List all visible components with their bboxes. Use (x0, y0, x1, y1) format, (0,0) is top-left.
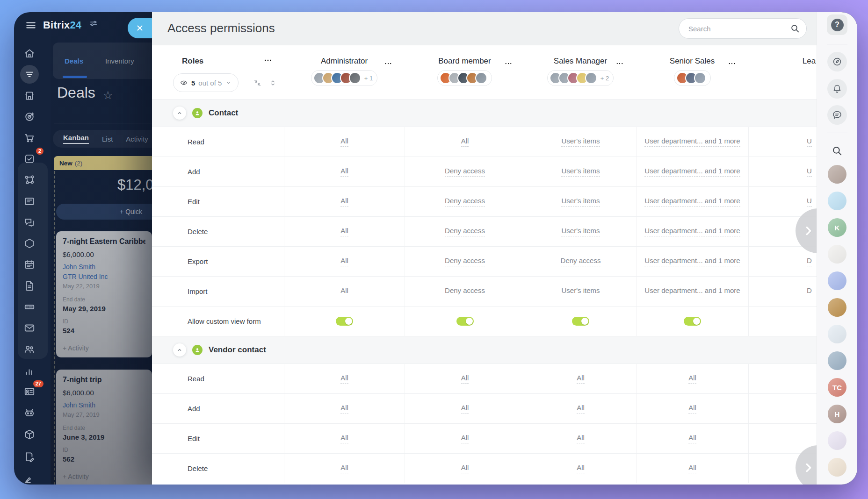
menu-icon[interactable] (22, 16, 40, 35)
permission-value-dropdown[interactable]: All (461, 404, 469, 413)
roles-menu-icon[interactable] (263, 56, 273, 67)
collapse-section-button[interactable] (173, 343, 186, 356)
permission-value-dropdown[interactable]: All (577, 434, 585, 443)
permission-value-dropdown[interactable]: All (340, 257, 348, 266)
role-menu-icon[interactable] (504, 59, 513, 70)
role-menu-icon[interactable] (384, 59, 392, 70)
sidebar-item-network[interactable] (20, 171, 39, 189)
collapse-section-button[interactable] (173, 107, 186, 120)
sidebar-item-feed[interactable] (20, 192, 39, 211)
rail-avatar[interactable]: H (828, 405, 846, 423)
permission-value-dropdown[interactable]: All (340, 463, 348, 473)
collapse-all-icon[interactable] (253, 78, 262, 87)
permission-value-dropdown[interactable]: User department... and 1 more (644, 227, 740, 236)
close-slider-button[interactable] (128, 18, 152, 38)
permission-value-dropdown[interactable]: All (688, 434, 696, 443)
deal-card[interactable]: 7-night trip$6,000.00John SmithMay 27, 2… (56, 370, 152, 485)
favorite-star-icon[interactable]: ☆ (103, 89, 113, 102)
search-input[interactable] (679, 18, 807, 39)
sort-icon[interactable] (268, 78, 277, 87)
sidebar-item-users[interactable] (20, 340, 39, 358)
sidebar-item-drive[interactable] (20, 298, 39, 316)
permission-value-dropdown[interactable]: User's items (561, 227, 600, 236)
permission-value-dropdown[interactable]: Deny access (445, 197, 485, 207)
rail-avatar[interactable] (828, 351, 846, 370)
kanban-stage-header[interactable]: New (2) (54, 156, 152, 170)
permission-value-dropdown[interactable]: All (340, 434, 348, 443)
permission-value-dropdown[interactable]: All (340, 167, 348, 177)
permission-value-dropdown[interactable]: All (461, 463, 469, 473)
rail-avatar[interactable] (828, 245, 846, 264)
deal-card[interactable]: 7-night Eastern Caribbea$6,000.00John Sm… (56, 231, 152, 357)
search-icon[interactable] (790, 23, 800, 36)
rail-avatar[interactable]: TC (828, 378, 846, 397)
permission-value-dropdown[interactable]: User's items (561, 286, 600, 296)
permission-value-dropdown[interactable]: U (807, 167, 812, 177)
roles-filter-dropdown[interactable]: 5 out of 5 (173, 73, 239, 92)
permission-value-dropdown[interactable]: U (807, 137, 812, 147)
permission-value-dropdown[interactable]: All (340, 137, 348, 147)
sidebar-item-chat[interactable] (20, 213, 39, 232)
custom-form-toggle[interactable] (456, 317, 474, 326)
permission-value-dropdown[interactable]: Deny access (561, 257, 601, 266)
rail-compass-button[interactable] (827, 52, 847, 71)
sidebar-item-hexagon[interactable] (20, 234, 39, 253)
permission-value-dropdown[interactable]: User's items (561, 167, 600, 177)
add-activity-link[interactable]: + Activity (63, 473, 145, 480)
permission-value-dropdown[interactable]: User department... and 1 more (644, 137, 740, 147)
sidebar-item-doc-edit[interactable] (20, 448, 39, 466)
permission-value-dropdown[interactable]: All (577, 463, 585, 473)
sidebar-item-mail[interactable] (20, 319, 39, 337)
view-tab-list[interactable]: List (102, 135, 113, 143)
role-avatar-stack[interactable] (437, 70, 492, 86)
sidebar-item-cube[interactable] (20, 425, 39, 444)
rail-avatar[interactable] (828, 325, 846, 343)
permission-value-dropdown[interactable]: All (688, 404, 696, 413)
sidebar-item-robot[interactable] (20, 403, 39, 422)
add-activity-link[interactable]: + Activity (63, 344, 145, 352)
sidebar-item-home[interactable] (20, 44, 39, 63)
permission-value-dropdown[interactable]: All (340, 404, 348, 413)
permission-value-dropdown[interactable]: D (807, 257, 812, 266)
custom-form-toggle[interactable] (336, 317, 353, 326)
permission-value-dropdown[interactable]: All (461, 374, 469, 384)
permission-value-dropdown[interactable]: All (577, 374, 585, 384)
top-tab-inventory[interactable]: Inventory (105, 43, 134, 79)
permission-value-dropdown[interactable]: U (807, 197, 812, 207)
permission-value-dropdown[interactable]: All (340, 197, 348, 207)
permission-value-dropdown[interactable]: All (461, 137, 469, 147)
deal-contact-link[interactable]: John Smith (63, 262, 145, 272)
role-menu-icon[interactable] (615, 59, 624, 70)
permission-value-dropdown[interactable]: User department... and 1 more (644, 257, 740, 266)
view-tab-kanban[interactable]: Kanban (63, 134, 89, 144)
custom-form-toggle[interactable] (572, 317, 589, 326)
permission-value-dropdown[interactable]: All (340, 227, 348, 236)
permission-value-dropdown[interactable]: User department... and 1 more (644, 167, 740, 177)
sidebar-item-cart[interactable] (20, 128, 39, 147)
permission-value-dropdown[interactable]: All (577, 404, 585, 413)
rail-avatar[interactable] (828, 298, 846, 317)
role-avatar-stack[interactable]: + 1 (311, 70, 377, 86)
permission-value-dropdown[interactable]: Deny access (445, 286, 485, 296)
help-button[interactable]: ? (827, 14, 847, 35)
permission-value-dropdown[interactable]: All (340, 374, 348, 384)
sidebar-item-signature[interactable] (20, 469, 39, 485)
sliders-icon[interactable] (89, 18, 98, 30)
custom-form-toggle[interactable] (684, 317, 701, 326)
deal-contact-link[interactable]: John Smith (63, 400, 145, 410)
rail-avatar[interactable] (828, 271, 846, 290)
permission-value-dropdown[interactable]: Deny access (445, 167, 485, 177)
quick-deal-button[interactable]: + Quick (56, 204, 152, 220)
rail-search-button[interactable] (831, 145, 843, 159)
permission-value-dropdown[interactable]: User department... and 1 more (644, 197, 740, 207)
rail-avatar[interactable] (828, 431, 846, 450)
rail-avatar[interactable] (828, 192, 846, 210)
permission-value-dropdown[interactable]: User's items (561, 197, 600, 207)
permission-value-dropdown[interactable]: All (688, 463, 696, 473)
permission-value-dropdown[interactable]: All (461, 434, 469, 443)
rail-avatar[interactable] (828, 165, 846, 184)
view-tab-activity[interactable]: Activity (126, 135, 148, 143)
role-avatar-stack[interactable] (674, 70, 711, 86)
rail-avatar[interactable]: K (828, 218, 846, 237)
role-menu-icon[interactable] (728, 59, 736, 70)
